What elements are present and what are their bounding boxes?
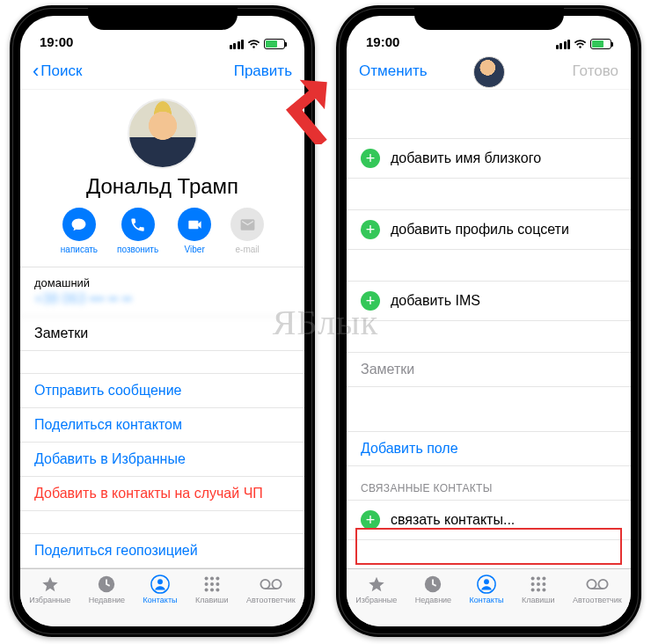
tab-contacts[interactable]: Контакты bbox=[143, 574, 178, 626]
star-icon bbox=[365, 574, 388, 594]
back-button[interactable]: ‹ Поиск bbox=[33, 62, 82, 81]
chevron-left-icon: ‹ bbox=[33, 62, 39, 81]
video-action[interactable]: Viber bbox=[178, 208, 211, 254]
voicemail-icon bbox=[586, 574, 609, 594]
linked-contacts-header: СВЯЗАННЫЕ КОНТАКТЫ bbox=[347, 466, 631, 500]
plus-icon: + bbox=[361, 510, 380, 530]
svg-point-22 bbox=[537, 582, 540, 586]
tab-favorites[interactable]: Избранные bbox=[29, 574, 70, 626]
phone-icon bbox=[121, 208, 155, 241]
plus-icon: + bbox=[361, 220, 380, 239]
call-action[interactable]: позвонить bbox=[117, 208, 158, 254]
tab-recents[interactable]: Недавние bbox=[415, 574, 451, 626]
tab-voicemail[interactable]: Автоответчик bbox=[246, 574, 296, 626]
plus-icon: + bbox=[361, 149, 380, 168]
svg-point-3 bbox=[204, 577, 208, 581]
svg-point-26 bbox=[542, 588, 545, 591]
notch bbox=[88, 5, 238, 30]
clock-icon bbox=[421, 574, 444, 594]
svg-point-20 bbox=[542, 577, 545, 581]
nav-bar: ‹ Поиск Править bbox=[20, 53, 304, 90]
add-favorite-link[interactable]: Добавить в Избранные bbox=[20, 443, 304, 477]
done-button[interactable]: Готово bbox=[573, 62, 619, 80]
tab-bar: Избранные Недавние Контакты Клавиши Авто… bbox=[347, 568, 631, 626]
svg-point-2 bbox=[157, 579, 163, 584]
share-contact-link[interactable]: Поделиться контактом bbox=[20, 408, 304, 443]
add-emergency-link[interactable]: Добавить в контакты на случай ЧП bbox=[20, 477, 304, 511]
svg-point-10 bbox=[210, 588, 214, 591]
contact-name: Дональд Трамп bbox=[20, 174, 304, 199]
svg-point-21 bbox=[530, 582, 534, 586]
cancel-button[interactable]: Отменить bbox=[359, 62, 428, 80]
status-time: 19:00 bbox=[40, 34, 73, 49]
add-social-row[interactable]: + добавить профиль соцсети bbox=[347, 210, 631, 250]
notes-field[interactable]: Заметки bbox=[347, 353, 631, 387]
add-ims-row[interactable]: + добавить IMS bbox=[347, 282, 631, 321]
edit-contact-view: + добавить имя близкого + добавить профи… bbox=[347, 90, 631, 568]
svg-point-25 bbox=[537, 588, 540, 591]
phone-type-label: домашний bbox=[20, 267, 304, 291]
notes-cell[interactable]: Заметки bbox=[20, 317, 304, 351]
tab-voicemail[interactable]: Автоответчик bbox=[573, 574, 622, 626]
voicemail-icon bbox=[260, 574, 282, 594]
status-time: 19:00 bbox=[366, 34, 399, 49]
contact-avatar-small[interactable] bbox=[473, 56, 505, 88]
star-icon bbox=[39, 574, 62, 594]
svg-point-28 bbox=[598, 580, 607, 589]
tab-recents[interactable]: Недавние bbox=[89, 574, 125, 626]
svg-point-8 bbox=[216, 582, 219, 586]
phone-right: 19:00 Отменить Готово + bbox=[336, 5, 641, 637]
wifi-icon bbox=[247, 40, 260, 49]
phone-left: 19:00 ‹ Поиск Править Дональд Тр bbox=[10, 5, 315, 637]
message-action[interactable]: написать bbox=[61, 208, 98, 254]
svg-point-24 bbox=[530, 588, 534, 591]
svg-point-4 bbox=[210, 577, 214, 581]
svg-point-5 bbox=[216, 577, 219, 581]
quick-actions: написать позвонить Viber e-mail bbox=[20, 208, 304, 267]
tab-bar: Избранные Недавние Контакты Клавиши Авто… bbox=[20, 568, 304, 626]
contact-avatar[interactable] bbox=[128, 99, 198, 169]
clock-icon bbox=[95, 574, 118, 594]
svg-point-13 bbox=[272, 580, 281, 589]
phone-number[interactable]: +38 063 ••• •• •• bbox=[20, 291, 304, 317]
wifi-icon bbox=[574, 40, 587, 49]
add-related-row[interactable]: + добавить имя близкого bbox=[347, 139, 631, 179]
svg-point-17 bbox=[484, 579, 489, 584]
mail-icon bbox=[230, 208, 264, 241]
svg-point-18 bbox=[530, 577, 534, 581]
signal-icon bbox=[230, 40, 245, 49]
signal-icon bbox=[556, 40, 571, 49]
svg-point-19 bbox=[537, 577, 540, 581]
edit-button[interactable]: Править bbox=[234, 62, 292, 80]
svg-point-12 bbox=[260, 580, 269, 589]
keypad-icon bbox=[201, 574, 223, 594]
share-location-link[interactable]: Поделиться геопозицией bbox=[20, 534, 304, 568]
link-contacts-row[interactable]: + связать контакты... bbox=[347, 500, 631, 540]
svg-point-9 bbox=[204, 588, 208, 591]
svg-point-23 bbox=[542, 582, 545, 586]
email-action: e-mail bbox=[230, 208, 264, 254]
message-icon bbox=[62, 208, 96, 241]
svg-point-11 bbox=[216, 588, 219, 591]
tab-favorites[interactable]: Избранные bbox=[355, 574, 397, 626]
video-icon bbox=[178, 208, 211, 241]
notch bbox=[414, 5, 564, 30]
tab-keypad[interactable]: Клавиши bbox=[522, 574, 555, 626]
battery-icon bbox=[264, 39, 285, 49]
svg-point-6 bbox=[204, 582, 208, 586]
person-icon bbox=[149, 574, 172, 594]
tab-keypad[interactable]: Клавиши bbox=[195, 574, 229, 626]
person-icon bbox=[475, 574, 498, 594]
add-field-link[interactable]: Добавить поле bbox=[347, 431, 631, 466]
svg-point-7 bbox=[210, 582, 214, 586]
tab-contacts[interactable]: Контакты bbox=[470, 574, 504, 626]
send-message-link[interactable]: Отправить сообщение bbox=[20, 374, 304, 408]
svg-point-27 bbox=[587, 580, 596, 589]
plus-icon: + bbox=[361, 291, 380, 311]
contact-view: Дональд Трамп написать позвонить Viber bbox=[20, 90, 304, 568]
keypad-icon bbox=[527, 574, 550, 594]
battery-icon bbox=[590, 39, 611, 49]
